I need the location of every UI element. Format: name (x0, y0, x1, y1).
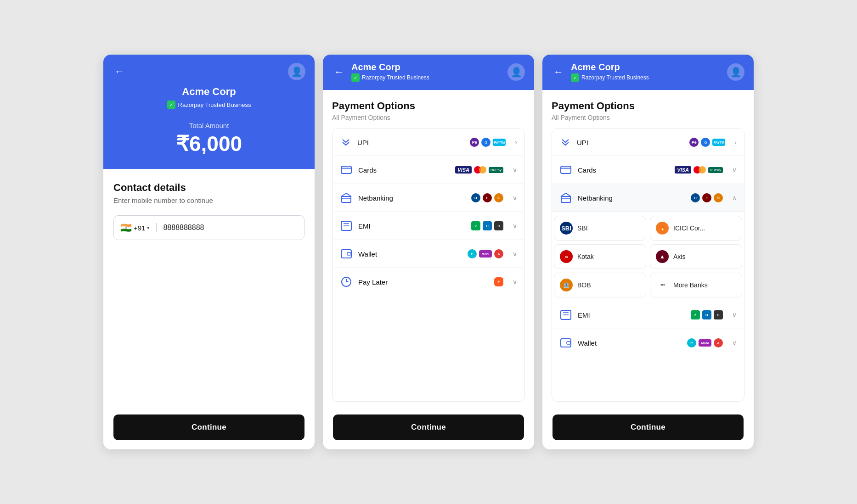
axis-bank-item[interactable]: ▲ Axis (650, 244, 742, 269)
svg-rect-8 (347, 252, 351, 255)
card-footer: Continue (103, 409, 315, 449)
hdfc-logo: H (471, 193, 480, 202)
canara-logo: © (714, 193, 723, 202)
upi-chevron-icon: › (515, 139, 517, 146)
kotak-bank-item[interactable]: ∞ Kotak (554, 244, 646, 269)
wallet-chevron-icon: ∨ (513, 250, 517, 258)
emi-logos: Z H B (691, 310, 723, 319)
wallet-chevron-icon: ∨ (732, 339, 737, 347)
avatar-button[interactable]: 👤 (288, 63, 305, 80)
cards-payment-row[interactable]: Cards VISA RuPay ∨ (552, 156, 744, 184)
paylater-logos: + (494, 277, 503, 286)
total-amount-value: ₹6,000 (176, 131, 242, 156)
user-icon: 👤 (511, 67, 522, 78)
netbanking-chevron-icon: ∨ (513, 194, 517, 202)
emi-icon (340, 219, 353, 232)
phone-number-input[interactable] (163, 224, 298, 232)
visa-logo: VISA (675, 166, 691, 174)
upi-logos: Pe G PAYTM (470, 138, 506, 147)
trusted-badge: ✓ Razorpay Trusted Business (167, 101, 251, 109)
netbanking-logos: H F © (471, 193, 503, 202)
card-footer: Continue (323, 409, 534, 449)
card-icon (340, 163, 353, 176)
phone-divider (156, 223, 157, 232)
section-subtitle: Enter mobile number to continue (113, 196, 304, 204)
svg-rect-12 (561, 196, 570, 202)
payment-card-body: Payment Options All Payment Options UPI … (542, 90, 754, 409)
country-code-selector[interactable]: 🇮🇳 +91 ▾ (120, 222, 150, 233)
avatar-button[interactable]: 👤 (507, 63, 525, 81)
wallet-logo-1: P (687, 338, 696, 347)
icici-bank-item[interactable]: 🔥 ICICI Cor... (650, 216, 742, 241)
netbanking-payment-row[interactable]: Netbanking H F © ∧ (552, 184, 744, 212)
section-title: Contact details (113, 182, 304, 194)
svg-rect-10 (561, 166, 571, 174)
payment-header: ← Acme Corp ✓ Razorpay Trusted Business … (542, 55, 754, 90)
back-button[interactable]: ← (332, 64, 346, 80)
paylater-icon (340, 275, 353, 288)
trusted-badge: ✓ Razorpay Trusted Business (571, 73, 722, 82)
company-name: Acme Corp (351, 62, 502, 73)
wallet-logos: P Mobi A (687, 338, 723, 347)
svg-rect-0 (341, 166, 351, 174)
card-footer: Continue (542, 409, 754, 449)
phone-input-row[interactable]: 🇮🇳 +91 ▾ (113, 215, 304, 240)
netbanking-icon (340, 191, 353, 204)
netbanking-logos: H F © (691, 193, 723, 202)
upi-icon (340, 136, 352, 148)
more-banks-item[interactable]: ··· More Banks (650, 273, 742, 297)
paylater-payment-row[interactable]: Pay Later + ∨ (333, 268, 524, 296)
wallet-logo-1: P (468, 249, 477, 258)
card-icon (559, 163, 572, 176)
emi-logo-2: H (702, 310, 711, 319)
payment-header: ← Acme Corp ✓ Razorpay Trusted Business … (323, 55, 534, 90)
cards-chevron-icon: ∨ (513, 166, 517, 174)
emi-chevron-icon: ∨ (513, 222, 517, 230)
continue-button[interactable]: Continue (113, 414, 304, 440)
kotak-logo: ∞ (560, 250, 573, 263)
wallet-logo-2: Mobi (699, 339, 711, 347)
sbi-logo: SBI (560, 222, 573, 235)
wallet-icon (340, 247, 353, 260)
payment-options-expanded-card: ← Acme Corp ✓ Razorpay Trusted Business … (542, 55, 754, 449)
upi-icon (559, 136, 571, 148)
axis-logo: ▲ (656, 250, 669, 263)
paylater-logo: + (494, 277, 503, 286)
upi-payment-row[interactable]: UPI Pe G PAYTM › (552, 129, 744, 156)
back-button[interactable]: ← (113, 64, 126, 79)
wallet-label: Wallet (578, 339, 682, 347)
svg-rect-18 (567, 342, 570, 344)
svg-rect-17 (561, 339, 571, 347)
continue-button[interactable]: Continue (333, 414, 524, 440)
user-icon: 👤 (730, 67, 742, 78)
sbi-bank-item[interactable]: SBI SBI (554, 216, 646, 241)
wallet-payment-row[interactable]: Wallet P Mobi A ∨ (552, 329, 744, 357)
emi-logo-3: B (494, 221, 503, 230)
payment-section-title: Payment Options (552, 100, 744, 112)
icici-label: ICICI Cor... (673, 224, 705, 232)
wallet-payment-row[interactable]: Wallet P Mobi A ∨ (333, 240, 524, 268)
avatar-button[interactable]: 👤 (727, 63, 744, 81)
visa-logo: VISA (455, 166, 472, 174)
federal-logo: F (702, 193, 711, 202)
payment-card-body: Payment Options All Payment Options UPI … (323, 90, 534, 409)
upi-payment-row[interactable]: UPI Pe G PAYTM › (333, 129, 524, 156)
rupay-logo: RuPay (489, 167, 503, 173)
bob-bank-item[interactable]: 🏦 BOB (554, 273, 646, 297)
emi-payment-row[interactable]: EMI Z H B ∨ (333, 212, 524, 240)
cards-chevron-icon: ∨ (732, 166, 737, 174)
payment-section-label: All Payment Options (332, 114, 525, 121)
cards-payment-row[interactable]: Cards VISA RuPay ∨ (333, 156, 524, 184)
mastercard-logo (693, 166, 706, 174)
company-name: Acme Corp (571, 62, 722, 73)
svg-rect-2 (342, 196, 351, 202)
back-button[interactable]: ← (552, 64, 565, 80)
wallet-logo-3: A (714, 338, 723, 347)
hdfc-logo: H (691, 193, 700, 202)
trusted-label: Razorpay Trusted Business (178, 101, 251, 108)
paytm-logo: PAYTM (712, 139, 725, 146)
federal-logo: F (483, 193, 492, 202)
emi-payment-row[interactable]: EMI Z H B ∨ (552, 301, 744, 329)
netbanking-payment-row[interactable]: Netbanking H F © ∨ (333, 184, 524, 212)
continue-button[interactable]: Continue (553, 414, 744, 440)
